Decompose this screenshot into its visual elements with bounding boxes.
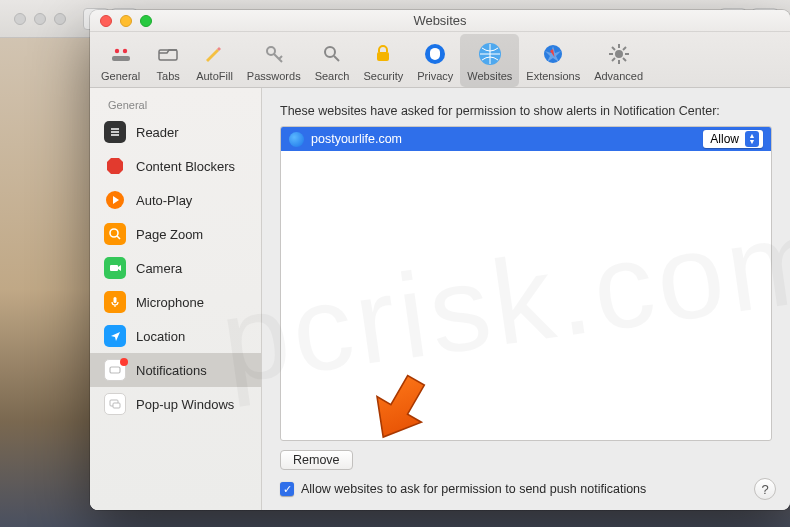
sidebar-item-auto-play[interactable]: Auto-Play bbox=[90, 183, 261, 217]
advanced-icon bbox=[605, 40, 633, 68]
toolbar-websites[interactable]: Websites bbox=[460, 34, 519, 87]
toolbar-label: Passwords bbox=[247, 70, 301, 82]
sidebar-item-label: Location bbox=[136, 329, 185, 344]
sidebar-item-label: Page Zoom bbox=[136, 227, 203, 242]
svg-rect-32 bbox=[110, 367, 120, 373]
website-list[interactable]: postyourlife.com Allow ▲▼ pcrisk.com bbox=[280, 126, 772, 441]
permission-dropdown[interactable]: Allow ▲▼ bbox=[703, 130, 763, 148]
svg-line-27 bbox=[117, 236, 120, 239]
svg-line-17 bbox=[623, 58, 626, 61]
toolbar-general[interactable]: General bbox=[94, 34, 147, 87]
sidebar-item-camera[interactable]: Camera bbox=[90, 251, 261, 285]
toolbar-label: AutoFill bbox=[196, 70, 233, 82]
svg-rect-34 bbox=[113, 403, 120, 408]
svg-marker-31 bbox=[111, 332, 120, 341]
permission-value: Allow bbox=[710, 132, 739, 146]
zoom-button[interactable] bbox=[140, 15, 152, 27]
checkbox-label: Allow websites to ask for permission to … bbox=[301, 482, 646, 496]
autofill-icon bbox=[200, 40, 228, 68]
extensions-icon bbox=[539, 40, 567, 68]
toolbar-label: Websites bbox=[467, 70, 512, 82]
toolbar-search[interactable]: Search bbox=[308, 34, 357, 87]
svg-line-19 bbox=[623, 47, 626, 50]
allow-ask-row[interactable]: ✓ Allow websites to ask for permission t… bbox=[280, 482, 772, 496]
outer-close-dot[interactable] bbox=[14, 13, 26, 25]
sidebar-item-page-zoom[interactable]: Page Zoom bbox=[90, 217, 261, 251]
location-icon bbox=[104, 325, 126, 347]
sidebar-item-notifications[interactable]: Notifications bbox=[90, 353, 261, 387]
sidebar-item-popup-windows[interactable]: Pop-up Windows bbox=[90, 387, 261, 421]
toolbar-label: Search bbox=[315, 70, 350, 82]
search-icon bbox=[318, 40, 346, 68]
sidebar-item-label: Microphone bbox=[136, 295, 204, 310]
checkbox-checked-icon[interactable]: ✓ bbox=[280, 482, 294, 496]
toolbar: General Tabs AutoFill Passwords Search bbox=[90, 32, 790, 88]
svg-marker-29 bbox=[118, 265, 121, 271]
toolbar-passwords[interactable]: Passwords bbox=[240, 34, 308, 87]
toolbar-label: Tabs bbox=[157, 70, 180, 82]
microphone-icon bbox=[104, 291, 126, 313]
sidebar-item-reader[interactable]: Reader bbox=[90, 115, 261, 149]
svg-marker-23 bbox=[107, 158, 123, 174]
toolbar-label: Advanced bbox=[594, 70, 643, 82]
sidebar-item-label: Pop-up Windows bbox=[136, 397, 234, 412]
page-zoom-icon bbox=[104, 223, 126, 245]
site-domain: postyourlife.com bbox=[311, 132, 402, 146]
svg-point-26 bbox=[110, 229, 118, 237]
sidebar-item-content-blockers[interactable]: Content Blockers bbox=[90, 149, 261, 183]
sidebar-item-label: Notifications bbox=[136, 363, 207, 378]
watermark: pcrisk.com bbox=[280, 188, 772, 410]
remove-button[interactable]: Remove bbox=[280, 450, 353, 470]
window-title: Websites bbox=[413, 13, 466, 28]
titlebar: Websites bbox=[90, 10, 790, 32]
tabs-icon bbox=[154, 40, 182, 68]
close-button[interactable] bbox=[100, 15, 112, 27]
main-heading: These websites have asked for permission… bbox=[280, 104, 772, 118]
svg-point-0 bbox=[114, 48, 118, 52]
svg-line-18 bbox=[612, 58, 615, 61]
outer-min-dot[interactable] bbox=[34, 13, 46, 25]
camera-icon bbox=[104, 257, 126, 279]
toolbar-tabs[interactable]: Tabs bbox=[147, 34, 189, 87]
svg-rect-6 bbox=[377, 52, 389, 61]
svg-point-1 bbox=[122, 48, 126, 52]
websites-icon bbox=[476, 40, 504, 68]
svg-line-16 bbox=[612, 47, 615, 50]
preferences-window: Websites General Tabs AutoFill Passwords bbox=[90, 10, 790, 510]
toolbar-extensions[interactable]: Extensions bbox=[519, 34, 587, 87]
svg-rect-2 bbox=[112, 56, 130, 61]
toolbar-label: General bbox=[101, 70, 140, 82]
security-icon bbox=[369, 40, 397, 68]
toolbar-security[interactable]: Security bbox=[356, 34, 410, 87]
sidebar-item-label: Auto-Play bbox=[136, 193, 192, 208]
toolbar-label: Privacy bbox=[417, 70, 453, 82]
sidebar: General Reader Content Blockers Auto-Pla… bbox=[90, 88, 262, 510]
toolbar-privacy[interactable]: Privacy bbox=[410, 34, 460, 87]
privacy-icon bbox=[421, 40, 449, 68]
minimize-button[interactable] bbox=[120, 15, 132, 27]
content-blockers-icon bbox=[104, 155, 126, 177]
main-pane: These websites have asked for permission… bbox=[262, 88, 790, 510]
outer-max-dot[interactable] bbox=[54, 13, 66, 25]
svg-point-11 bbox=[615, 50, 623, 58]
toolbar-label: Extensions bbox=[526, 70, 580, 82]
passwords-icon bbox=[260, 40, 288, 68]
sidebar-item-label: Reader bbox=[136, 125, 179, 140]
toolbar-autofill[interactable]: AutoFill bbox=[189, 34, 240, 87]
sidebar-item-label: Content Blockers bbox=[136, 159, 235, 174]
sidebar-item-location[interactable]: Location bbox=[90, 319, 261, 353]
auto-play-icon bbox=[104, 189, 126, 211]
help-button[interactable]: ? bbox=[754, 478, 776, 500]
sidebar-section-label: General bbox=[90, 96, 261, 115]
chevron-updown-icon: ▲▼ bbox=[745, 131, 759, 147]
toolbar-advanced[interactable]: Advanced bbox=[587, 34, 650, 87]
outer-traffic-lights bbox=[14, 13, 66, 25]
sidebar-item-microphone[interactable]: Microphone bbox=[90, 285, 261, 319]
reader-icon bbox=[104, 121, 126, 143]
svg-rect-28 bbox=[110, 265, 118, 271]
svg-point-5 bbox=[325, 47, 335, 57]
svg-point-4 bbox=[267, 47, 275, 55]
general-icon bbox=[107, 40, 135, 68]
website-row[interactable]: postyourlife.com Allow ▲▼ bbox=[281, 127, 771, 151]
svg-rect-30 bbox=[114, 297, 117, 303]
